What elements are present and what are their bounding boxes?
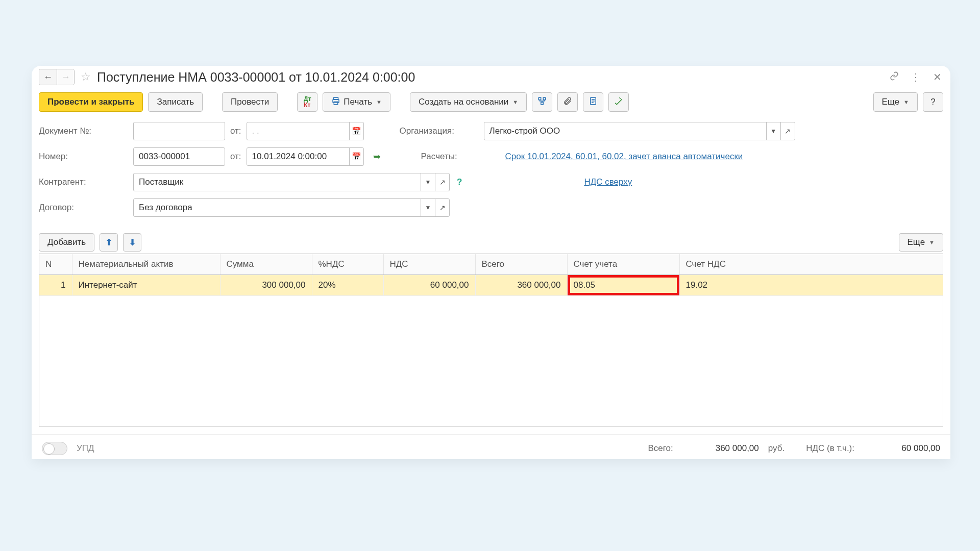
paperclip-icon bbox=[563, 96, 572, 108]
open-external-icon[interactable]: ↗ bbox=[435, 173, 449, 191]
calendar-icon[interactable]: 📅 bbox=[349, 122, 363, 140]
cell-n[interactable]: 1 bbox=[39, 275, 72, 296]
cell-acct[interactable]: 08.05 bbox=[567, 275, 679, 296]
create-based-on-label: Создать на основании bbox=[419, 97, 508, 107]
org-select[interactable]: Легко-строй ООО ▼ ↗ bbox=[484, 122, 795, 140]
dropdown-icon[interactable]: ▼ bbox=[766, 122, 780, 140]
items-table: N Нематериальный актив Сумма %НДС НДС Вс… bbox=[39, 254, 943, 427]
col-vat-acct[interactable]: Счет НДС bbox=[679, 254, 943, 275]
counterparty-help-icon[interactable]: ? bbox=[455, 177, 464, 187]
caret-down-icon: ▼ bbox=[512, 99, 518, 105]
counterparty-value: Поставщик bbox=[139, 177, 183, 187]
move-down-button[interactable]: ⬇ bbox=[123, 233, 141, 252]
cell-vat-acct[interactable]: 19.02 bbox=[679, 275, 943, 296]
document-window: ← → ☆ Поступление НМА 0033-000001 от 10.… bbox=[32, 66, 950, 459]
calendar-icon[interactable]: 📅 bbox=[349, 148, 363, 165]
cell-vat-pct[interactable]: 20% bbox=[312, 275, 383, 296]
cell-sum[interactable]: 300 000,00 bbox=[220, 275, 312, 296]
org-value: Легко-строй ООО bbox=[489, 126, 560, 136]
print-button[interactable]: Печать ▼ bbox=[323, 92, 390, 112]
help-icon: ? bbox=[930, 97, 935, 107]
col-vat-pct[interactable]: %НДС bbox=[312, 254, 383, 275]
dt-kt-icon: ДтКт bbox=[304, 96, 311, 108]
caret-down-icon: ▼ bbox=[903, 99, 909, 105]
dt-kt-button[interactable]: ДтКт bbox=[297, 92, 317, 112]
number-input[interactable]: 0033-000001 bbox=[133, 147, 225, 166]
nav-back-button[interactable]: ← bbox=[39, 69, 57, 85]
open-external-icon[interactable]: ↗ bbox=[780, 122, 795, 140]
col-sum[interactable]: Сумма bbox=[220, 254, 312, 275]
col-asset[interactable]: Нематериальный актив bbox=[72, 254, 220, 275]
favorite-button[interactable]: ☆ bbox=[79, 70, 93, 84]
counterparty-select[interactable]: Поставщик ▼ ↗ bbox=[133, 173, 450, 191]
vat-link[interactable]: НДС сверху bbox=[584, 177, 632, 187]
dropdown-icon[interactable]: ▼ bbox=[421, 199, 435, 216]
contract-select[interactable]: Без договора ▼ ↗ bbox=[133, 198, 450, 217]
add-row-button[interactable]: Добавить bbox=[39, 233, 94, 252]
write-button[interactable]: Записать bbox=[148, 92, 203, 112]
form-row-doc-no: Документ №: от: . . 📅 Организация: Легко… bbox=[39, 122, 943, 140]
calc-link[interactable]: Срок 10.01.2024, 60.01, 60.02, зачет ава… bbox=[505, 152, 743, 162]
col-total[interactable]: Всего bbox=[475, 254, 567, 275]
col-n[interactable]: N bbox=[39, 254, 72, 275]
doc-no-date-value: . . bbox=[252, 126, 259, 136]
list-toolbar: Добавить ⬆ ⬇ Еще ▼ bbox=[32, 231, 950, 254]
footer-total-label: Всего: bbox=[648, 443, 673, 454]
post-and-close-button[interactable]: Провести и закрыть bbox=[39, 92, 143, 112]
upd-label: УПД bbox=[77, 443, 94, 454]
number-label: Номер: bbox=[39, 152, 128, 162]
col-vat[interactable]: НДС bbox=[383, 254, 475, 275]
go-button[interactable]: ➥ bbox=[369, 148, 385, 165]
arrow-right-icon: → bbox=[61, 72, 70, 83]
number-from-label: от: bbox=[230, 152, 241, 162]
main-toolbar: Провести и закрыть Записать Провести ДтК… bbox=[32, 88, 950, 122]
post-and-close-label: Провести и закрыть bbox=[47, 97, 134, 107]
list-more-button[interactable]: Еще ▼ bbox=[899, 233, 943, 252]
doc-no-label: Документ №: bbox=[39, 126, 128, 136]
close-button[interactable]: ✕ bbox=[931, 71, 943, 83]
cell-vat[interactable]: 60 000,00 bbox=[383, 275, 475, 296]
structure-button[interactable] bbox=[532, 92, 552, 112]
number-date-value: 10.01.2024 0:00:00 bbox=[252, 152, 327, 162]
number-date-input[interactable]: 10.01.2024 0:00:00 📅 bbox=[247, 147, 364, 166]
report-button[interactable] bbox=[583, 92, 603, 112]
star-icon: ☆ bbox=[81, 70, 91, 84]
doc-no-input[interactable] bbox=[133, 122, 225, 140]
attachments-button[interactable] bbox=[557, 92, 578, 112]
footer-total-value: 360 000,00 bbox=[682, 443, 759, 454]
arrow-go-icon: ➥ bbox=[373, 151, 381, 162]
col-acct[interactable]: Счет учета bbox=[567, 254, 679, 275]
dropdown-icon[interactable]: ▼ bbox=[421, 173, 435, 191]
print-label: Печать bbox=[344, 97, 372, 107]
pencil-check-icon bbox=[614, 96, 623, 108]
kebab-menu-button[interactable]: ⋮ bbox=[910, 71, 922, 83]
more-label: Еще bbox=[882, 97, 900, 107]
doc-no-date-input[interactable]: . . 📅 bbox=[247, 122, 364, 140]
more-button[interactable]: Еще ▼ bbox=[873, 92, 918, 112]
cell-total[interactable]: 360 000,00 bbox=[475, 275, 567, 296]
post-label: Провести bbox=[231, 97, 269, 107]
link-icon[interactable] bbox=[888, 71, 900, 83]
footer-bar: УПД Всего: 360 000,00 руб. НДС (в т.ч.):… bbox=[32, 434, 950, 459]
footer-vat-incl-value: 60 000,00 bbox=[864, 443, 940, 454]
post-button[interactable]: Провести bbox=[222, 92, 278, 112]
table-row[interactable]: 1 Интернет-сайт 300 000,00 20% 60 000,00… bbox=[39, 275, 943, 296]
arrow-up-icon: ⬆ bbox=[105, 237, 113, 248]
cell-asset[interactable]: Интернет-сайт bbox=[72, 275, 220, 296]
title-bar: ← → ☆ Поступление НМА 0033-000001 от 10.… bbox=[32, 66, 950, 88]
edit-check-button[interactable] bbox=[608, 92, 629, 112]
number-value: 0033-000001 bbox=[139, 152, 190, 162]
move-up-button[interactable]: ⬆ bbox=[100, 233, 118, 252]
help-button[interactable]: ? bbox=[923, 92, 943, 112]
nav-forward-button[interactable]: → bbox=[57, 69, 74, 85]
doc-no-from-label: от: bbox=[230, 126, 241, 136]
add-row-label: Добавить bbox=[47, 237, 86, 247]
org-label: Организация: bbox=[400, 126, 479, 136]
form-area: Документ №: от: . . 📅 Организация: Легко… bbox=[32, 122, 950, 231]
create-based-on-button[interactable]: Создать на основании ▼ bbox=[410, 92, 527, 112]
document-lines-icon bbox=[589, 96, 598, 108]
upd-toggle[interactable] bbox=[42, 442, 67, 455]
contract-value: Без договора bbox=[139, 203, 192, 213]
title-actions: ⋮ ✕ bbox=[888, 71, 943, 83]
open-external-icon[interactable]: ↗ bbox=[435, 199, 449, 216]
